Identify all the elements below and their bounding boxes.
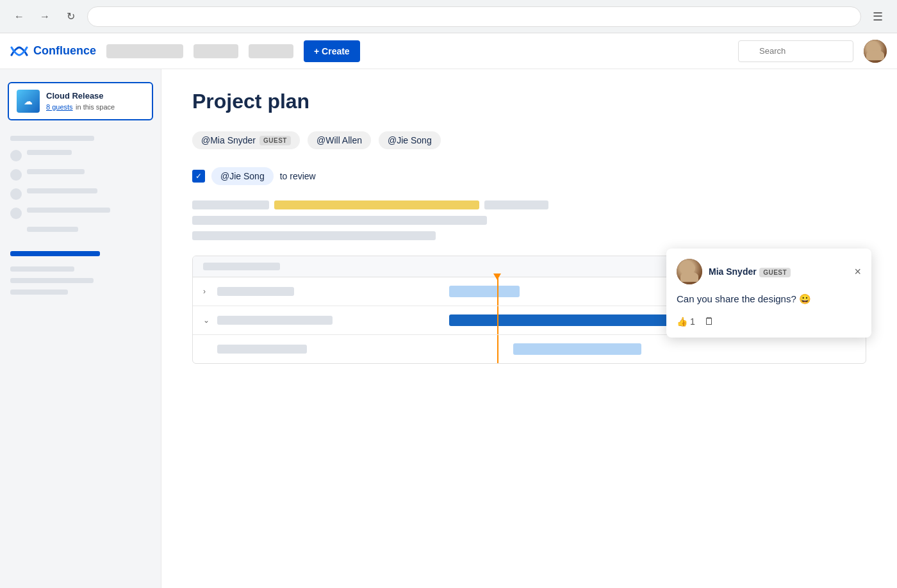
comment-user-avatar [677, 259, 702, 284]
gantt-row-3: › [193, 335, 866, 363]
skel-dot-3 [10, 188, 22, 200]
comment-user-info: Mia Snyder GUEST [709, 266, 791, 277]
gantt-bar-1 [449, 286, 520, 297]
skel-item-1 [10, 150, 151, 161]
gantt-bar-2 [449, 314, 693, 326]
back-button[interactable]: ← [10, 8, 28, 26]
gantt-label-3 [217, 345, 307, 354]
comment-text: Can you share the designs? 😀 [677, 292, 861, 307]
search-input[interactable] [738, 40, 853, 62]
skel-dot-4 [10, 208, 22, 219]
gantt-needle [497, 277, 498, 306]
mention-badge-0: GUEST [259, 136, 291, 145]
skel-row-1 [192, 200, 866, 209]
comment-user-name: Mia Snyder [709, 266, 757, 277]
skel-dot-1 [10, 150, 22, 161]
task-text: to review [280, 171, 316, 181]
logo[interactable]: Confluence [10, 42, 96, 60]
gantt-row-3-right [436, 335, 866, 363]
sidebar-skeleton-bottom [0, 261, 161, 306]
expand-arrow-2[interactable]: ⌄ [203, 316, 212, 325]
gantt-label-2 [217, 316, 333, 325]
thumbs-up-icon: 👍 [677, 316, 687, 327]
skel-bar-1b [274, 200, 479, 209]
forward-button[interactable]: → [36, 8, 54, 26]
user-avatar[interactable] [864, 40, 887, 63]
skel-bottom-3 [10, 290, 68, 295]
browser-menu-button[interactable]: ☰ [869, 8, 887, 26]
app-header: Confluence + Create 🔍 [0, 33, 897, 69]
skel-line-sub [27, 227, 78, 232]
active-nav-item[interactable] [10, 251, 100, 256]
skel-item-label-3 [27, 188, 97, 193]
space-name: Cloud Release [46, 91, 115, 101]
space-guests-suffix: in this space [76, 103, 115, 111]
comment-header: Mia Snyder GUEST × [677, 259, 861, 284]
content-skeleton [192, 200, 866, 240]
user-avatar-image [864, 40, 887, 63]
url-bar[interactable] [87, 6, 861, 27]
main-layout: ☁ Cloud Release 8 guests in this space [0, 69, 897, 588]
skel-line-1 [10, 136, 94, 141]
task-checkbox[interactable] [192, 170, 205, 183]
expand-arrow-1[interactable]: › [203, 287, 212, 296]
space-card[interactable]: ☁ Cloud Release 8 guests in this space [8, 82, 153, 120]
space-icon: ☁ [17, 90, 40, 113]
content-area: Project plan @Mia Snyder GUEST @Will All… [161, 69, 897, 588]
create-button[interactable]: + Create [304, 40, 360, 62]
skel-item-label-1 [27, 150, 72, 155]
like-count: 1 [690, 316, 695, 327]
skel-bar-1a [192, 200, 269, 209]
mention-chip-1[interactable]: @Will Allen [308, 131, 371, 149]
space-guests-link[interactable]: 8 guests [46, 103, 73, 111]
gantt-row-3-left: › [193, 339, 436, 359]
gantt-needle-3 [497, 335, 498, 363]
gantt-row-2-left: ⌄ [193, 311, 436, 330]
logo-text: Confluence [33, 44, 96, 58]
space-info: Cloud Release 8 guests in this space [46, 91, 115, 112]
task-mention-chip[interactable]: @Jie Song [211, 167, 274, 185]
comment-user-badge: GUEST [759, 268, 791, 277]
gantt-needle-top [493, 274, 501, 280]
gantt-needle-2 [497, 306, 498, 334]
gantt-bar-3 [513, 343, 641, 355]
skel-item-label-2 [27, 169, 85, 174]
skel-dot-2 [10, 169, 22, 181]
gantt-label-1 [217, 287, 294, 296]
skel-bottom-2 [10, 278, 94, 283]
skel-bottom-1 [10, 266, 74, 272]
archive-button[interactable]: 🗒 [704, 316, 714, 327]
skel-bar-2 [192, 216, 487, 225]
task-row: @Jie Song to review [192, 167, 866, 185]
skel-item-4 [10, 208, 151, 219]
space-guests-line: 8 guests in this space [46, 101, 115, 112]
comment-avatar-image [677, 259, 702, 284]
skel-row-3 [192, 231, 866, 240]
skel-bar-1c [484, 200, 548, 209]
skel-item-label-4 [27, 208, 110, 213]
like-button[interactable]: 👍 1 [677, 316, 695, 327]
sidebar: ☁ Cloud Release 8 guests in this space [0, 69, 161, 588]
mention-chip-0[interactable]: @Mia Snyder GUEST [192, 131, 300, 149]
task-mention: @Jie Song [220, 171, 265, 181]
gantt-header-left [203, 263, 447, 270]
nav-item-1[interactable] [106, 44, 183, 58]
mention-text-2: @Jie Song [388, 135, 432, 145]
browser-chrome: ← → ↻ ☰ [0, 0, 897, 33]
refresh-button[interactable]: ↻ [62, 8, 79, 26]
mention-text-0: @Mia Snyder [201, 135, 256, 145]
nav-item-3[interactable] [249, 44, 293, 58]
comment-popup: Mia Snyder GUEST × Can you share the des… [666, 249, 871, 338]
skel-item-2 [10, 169, 151, 181]
page-title: Project plan [192, 90, 866, 113]
nav-item-2[interactable] [193, 44, 238, 58]
skel-item-3 [10, 188, 151, 200]
mention-chip-2[interactable]: @Jie Song [379, 131, 441, 149]
search-wrapper: 🔍 [738, 40, 853, 62]
comment-close-button[interactable]: × [854, 265, 861, 279]
mentions-row: @Mia Snyder GUEST @Will Allen @Jie Song [192, 131, 866, 149]
archive-icon: 🗒 [704, 316, 714, 327]
sidebar-skeleton [0, 131, 161, 246]
skel-bar-3 [192, 231, 436, 240]
comment-actions: 👍 1 🗒 [677, 316, 861, 327]
